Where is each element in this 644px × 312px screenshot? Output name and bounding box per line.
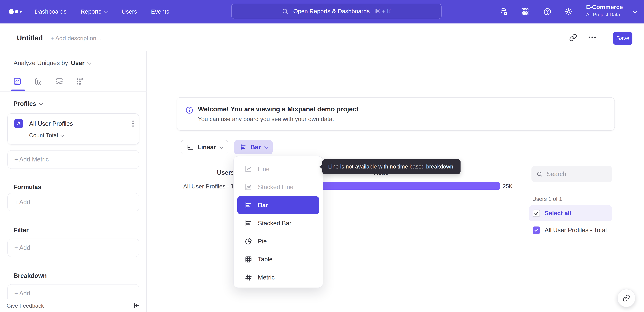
check-icon xyxy=(534,211,539,216)
collapse-sidebar-icon[interactable] xyxy=(133,302,140,309)
copy-link-icon[interactable] xyxy=(569,34,577,42)
select-all-row[interactable]: Select all xyxy=(529,205,612,221)
save-button[interactable]: Save xyxy=(613,32,632,45)
divider xyxy=(606,32,607,42)
metric-card[interactable]: A All User Profiles Count Total xyxy=(8,113,139,144)
analyze-uniques-row: Analyze Uniques by User xyxy=(14,60,90,66)
check-icon xyxy=(534,228,539,232)
bar-chart-icon xyxy=(244,201,252,210)
active-tab-indicator xyxy=(11,90,25,91)
formulas-section-title: Formulas xyxy=(14,184,41,190)
chevron-down-icon xyxy=(104,10,108,14)
settings-gear-icon[interactable] xyxy=(564,8,573,16)
bar-chart-icon xyxy=(240,144,247,151)
help-icon[interactable] xyxy=(543,8,552,16)
data-connections-icon[interactable] xyxy=(500,8,508,16)
metric-hash-icon xyxy=(244,274,252,282)
breakdown-section-title: Breakdown xyxy=(14,272,47,279)
disabled-option-tooltip: Line is not available with no time based… xyxy=(322,159,460,174)
add-metric-button[interactable]: + Add Metric xyxy=(8,150,139,169)
search-shortcut: ⌘ + K xyxy=(374,8,391,15)
stacked-bar-chart-icon xyxy=(244,219,252,227)
chart-type-selector-button[interactable]: Bar xyxy=(234,140,273,154)
table-icon xyxy=(244,255,252,264)
series-search-placeholder: Search xyxy=(547,170,566,178)
pie-chart-icon xyxy=(244,237,252,246)
analyze-label: Analyze Uniques by xyxy=(14,60,68,66)
metric-badge: A xyxy=(14,119,23,128)
mixpanel-logo-icon[interactable] xyxy=(9,9,22,14)
tab-retention[interactable] xyxy=(76,77,84,86)
global-search-button[interactable]: Open Reports & Dashboards ⌘ + K xyxy=(231,4,442,19)
add-formula-button[interactable]: + Add xyxy=(8,193,139,212)
chart-type-dropdown-menu: Line Stacked Line Bar Stacked Bar Pie Ta… xyxy=(233,156,323,288)
search-icon xyxy=(536,171,543,178)
series-search-input[interactable]: Search xyxy=(532,166,612,182)
tooltip-arrow xyxy=(320,164,323,170)
more-ellipsis-icon[interactable] xyxy=(588,36,596,39)
select-all-checkbox[interactable] xyxy=(533,210,540,217)
search-placeholder: Open Reports & Dashboards xyxy=(293,8,370,15)
series-item-checkbox[interactable] xyxy=(533,226,540,234)
menu-item-stacked-line[interactable]: Stacked Line xyxy=(234,178,323,196)
chevron-down-icon xyxy=(60,133,64,137)
top-nav: Dashboards Reports Users Events Open Rep… xyxy=(0,0,644,24)
series-count-label: Users 1 of 1 xyxy=(532,196,562,202)
scale-selector-button[interactable]: Linear xyxy=(181,140,228,154)
nav-item-dashboards[interactable]: Dashboards xyxy=(34,8,66,15)
add-filter-button[interactable]: + Add xyxy=(8,238,139,257)
divider xyxy=(0,72,146,73)
project-name: E-Commerce xyxy=(586,4,640,10)
menu-item-table[interactable]: Table xyxy=(234,250,323,268)
tab-flows[interactable] xyxy=(55,77,64,86)
series-item-row[interactable]: All User Profiles - Total xyxy=(529,222,612,238)
demo-welcome-banner: Welcome! You are viewing a Mixpanel demo… xyxy=(176,97,615,130)
banner-title: Welcome! You are viewing a Mixpanel demo… xyxy=(198,106,358,113)
report-title-bar: Untitled + Add description... Save xyxy=(0,24,644,52)
analyze-value-dropdown[interactable]: User xyxy=(71,60,85,66)
aggregation-dropdown[interactable]: Count Total xyxy=(29,132,64,139)
chart-column-header-users: Users xyxy=(176,169,234,176)
divider xyxy=(0,91,146,92)
menu-item-metric[interactable]: Metric xyxy=(234,268,323,286)
profiles-section-toggle[interactable]: Profiles xyxy=(14,100,42,107)
filter-section-title: Filter xyxy=(14,227,29,234)
add-description-field[interactable]: + Add description... xyxy=(50,35,101,42)
chevron-down-icon xyxy=(219,145,224,149)
metric-name[interactable]: All User Profiles xyxy=(29,120,73,127)
chart-bar-value-label: 25K xyxy=(503,183,513,190)
project-switcher[interactable]: E-Commerce All Project Data xyxy=(586,4,640,18)
query-builder-sidebar: Analyze Uniques by User Profiles A All U… xyxy=(0,51,146,312)
nav-item-reports[interactable]: Reports xyxy=(80,8,108,15)
nav-item-users[interactable]: Users xyxy=(122,8,137,15)
line-chart-icon xyxy=(244,165,252,173)
tab-funnels[interactable] xyxy=(34,77,42,86)
menu-item-stacked-bar[interactable]: Stacked Bar xyxy=(234,214,323,232)
divider xyxy=(525,51,525,312)
tab-insights[interactable] xyxy=(13,77,22,86)
chevron-down-icon xyxy=(39,102,43,106)
menu-item-bar[interactable]: Bar xyxy=(237,196,319,214)
info-icon xyxy=(186,106,193,114)
copy-link-icon xyxy=(623,294,630,302)
chevron-down-icon xyxy=(87,61,91,65)
nav-links: Dashboards Reports Users Events xyxy=(34,0,169,24)
metric-kebab-menu-icon[interactable] xyxy=(132,120,134,127)
nav-item-events[interactable]: Events xyxy=(151,8,170,15)
mixpanel-insights-app: Dashboards Reports Users Events Open Rep… xyxy=(0,0,644,312)
report-title[interactable]: Untitled xyxy=(17,34,43,42)
stacked-line-chart-icon xyxy=(244,183,252,191)
banner-subtitle: You can use any board you see with your … xyxy=(198,116,334,122)
linear-axis-icon xyxy=(186,144,194,151)
give-feedback-link[interactable]: Give Feedback xyxy=(6,299,44,312)
search-icon xyxy=(282,8,289,15)
project-scope: All Project Data xyxy=(586,12,640,18)
apps-grid-icon[interactable] xyxy=(521,8,529,16)
sidebar-footer: Give Feedback xyxy=(0,299,146,312)
chevron-down-icon xyxy=(264,145,268,149)
copy-link-fab[interactable] xyxy=(617,289,636,307)
menu-item-line[interactable]: Line xyxy=(234,160,323,178)
menu-item-pie[interactable]: Pie xyxy=(234,232,323,250)
